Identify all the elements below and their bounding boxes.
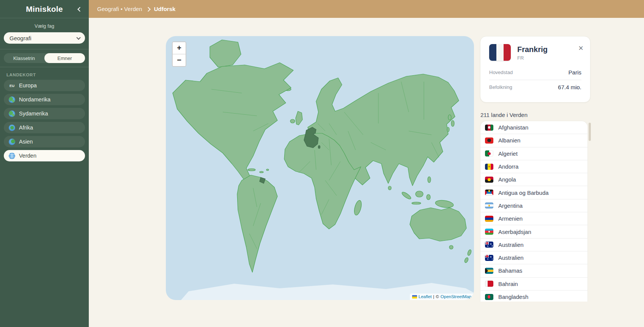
attribution-divider: | xyxy=(433,294,434,299)
sidebar-item-asien[interactable]: Asien xyxy=(4,136,85,147)
tab-emner[interactable]: Emner xyxy=(44,53,85,63)
flag-emblem xyxy=(488,166,490,167)
flag-emblem xyxy=(492,259,493,259)
country-flag-icon xyxy=(485,268,493,274)
zoom-out-button[interactable]: − xyxy=(173,54,186,66)
country-flag-icon xyxy=(485,190,493,196)
country-list-item[interactable]: Algeriet xyxy=(480,147,587,160)
flag-emblem xyxy=(485,190,487,196)
flag-emblem xyxy=(487,246,488,247)
country-list-item[interactable]: Afghanistan xyxy=(480,121,587,134)
sidebar: Miniskole Vælg fag Geografi Klassetrin E… xyxy=(0,0,89,327)
country-list-item[interactable]: Aserbajdsjan xyxy=(480,225,587,238)
globe-meridians-icon xyxy=(9,153,15,159)
attribution-copyright: © xyxy=(436,294,439,299)
sidebar-header: Miniskole xyxy=(0,0,89,18)
ukraine-flag-icon xyxy=(412,295,417,299)
close-icon[interactable]: × xyxy=(578,45,583,52)
country-flag-icon xyxy=(485,242,493,248)
topbar: Geografi • Verden Udforsk xyxy=(89,0,644,18)
map-attribution: Leaflet | © OpenStreetMap xyxy=(410,294,474,300)
leaflet-link[interactable]: Leaflet xyxy=(419,294,432,299)
view-toggle: Klassetrin Emner xyxy=(4,53,85,63)
flag-emblem xyxy=(485,268,488,274)
globe-americas-icon xyxy=(9,96,15,103)
country-flag-icon xyxy=(485,294,493,300)
zoom-in-button[interactable]: + xyxy=(173,42,186,54)
country-list-item[interactable]: Armenien xyxy=(480,212,587,225)
list-scrollbar-thumb[interactable] xyxy=(589,123,591,141)
country-list-item[interactable]: Australien xyxy=(480,251,587,264)
breadcrumb[interactable]: Geografi • Verden xyxy=(97,6,142,12)
eu-badge-icon: EU xyxy=(9,82,15,89)
flag-emblem xyxy=(488,178,491,181)
breadcrumb-current: Udforsk xyxy=(154,6,176,12)
flag-emblem xyxy=(490,256,491,257)
country-list-item[interactable]: Bahrain xyxy=(480,278,587,291)
country-fact-row: Befolkning 67.4 mio. xyxy=(489,80,581,95)
subject-section: Vælg fag Geografi xyxy=(0,18,89,49)
subject-select-label: Vælg fag xyxy=(4,23,85,29)
country-list-item[interactable]: Bangladesh xyxy=(480,291,587,302)
country-flag-icon xyxy=(485,202,493,209)
country-flag-icon xyxy=(485,125,493,131)
country-list-heading: 211 lande i Verden xyxy=(480,112,527,118)
world-map[interactable]: + − xyxy=(166,36,474,300)
globe-americas-icon xyxy=(9,111,15,117)
chevron-left-icon xyxy=(77,7,82,12)
fact-value: 67.4 mio. xyxy=(558,84,581,90)
country-flag-icon xyxy=(485,177,493,183)
country-flag-icon xyxy=(485,216,493,222)
sidebar-item-verden[interactable]: Verden xyxy=(4,150,85,161)
country-list-item[interactable]: Argentina xyxy=(480,199,587,212)
flag-emblem xyxy=(491,190,493,196)
globe-africa-icon xyxy=(9,125,15,131)
flag-emblem xyxy=(488,231,490,232)
country-flag-icon xyxy=(485,137,493,144)
fact-label: Hovedstad xyxy=(489,70,513,75)
country-card: Frankrig FR × Hovedstad Paris Befolkning… xyxy=(480,36,590,103)
breadcrumb-separator-icon xyxy=(146,6,150,13)
subject-select-value: Geografi xyxy=(9,35,31,41)
tab-klassetrin[interactable]: Klassetrin xyxy=(4,53,44,63)
sidebar-collapse-button[interactable] xyxy=(77,6,83,12)
flag-emblem xyxy=(487,255,488,257)
world-map-svg xyxy=(166,36,474,300)
flag-emblem xyxy=(488,205,490,207)
map-zoom-control: + − xyxy=(172,41,186,67)
view-toggle-section: Klassetrin Emner xyxy=(0,49,89,67)
country-flag xyxy=(489,44,511,61)
fact-label: Befolkning xyxy=(489,84,512,90)
subject-select[interactable]: Geografi xyxy=(4,32,85,44)
landekort-section-title: LANDEKORT xyxy=(6,73,89,77)
country-name: Frankrig xyxy=(517,45,548,54)
flag-emblem xyxy=(492,245,493,246)
sidebar-item-nordamerika[interactable]: Nordamerika xyxy=(4,94,85,105)
flag-emblem xyxy=(487,139,491,142)
sidebar-nav: EU Europa Nordamerika Sydamerika Afrika … xyxy=(0,80,89,161)
fact-value: Paris xyxy=(568,69,581,76)
country-flag-icon xyxy=(485,281,493,287)
country-card-rows: Hovedstad Paris Befolkning 67.4 mio. xyxy=(480,61,590,95)
flag-emblem xyxy=(487,259,488,260)
sidebar-item-afrika[interactable]: Afrika xyxy=(4,122,85,133)
country-list-item[interactable]: Albanien xyxy=(480,134,587,147)
country-list-item[interactable]: Bahamas xyxy=(480,264,587,277)
chevron-down-icon xyxy=(76,35,80,39)
country-list-item[interactable]: Australien xyxy=(480,239,587,251)
country-list-item[interactable]: Angola xyxy=(480,173,587,186)
country-list: Afghanistan Albanien Algeriet Andorra An… xyxy=(480,121,588,302)
sidebar-item-europa[interactable]: EU Europa xyxy=(4,80,85,91)
country-flag-icon xyxy=(485,255,493,261)
country-code: FR xyxy=(517,55,548,61)
flag-emblem xyxy=(488,126,490,129)
country-list-item[interactable]: Antigua og Barbuda xyxy=(480,186,587,199)
country-list-item[interactable]: Andorra xyxy=(480,160,587,173)
sidebar-item-sydamerika[interactable]: Sydamerika xyxy=(4,108,85,119)
flag-emblem xyxy=(490,243,491,245)
flag-emblem xyxy=(488,152,490,155)
country-flag-icon xyxy=(485,150,493,156)
country-flag-icon xyxy=(485,164,493,170)
openstreetmap-link[interactable]: OpenStreetMap xyxy=(441,294,471,299)
flag-emblem xyxy=(488,190,490,192)
